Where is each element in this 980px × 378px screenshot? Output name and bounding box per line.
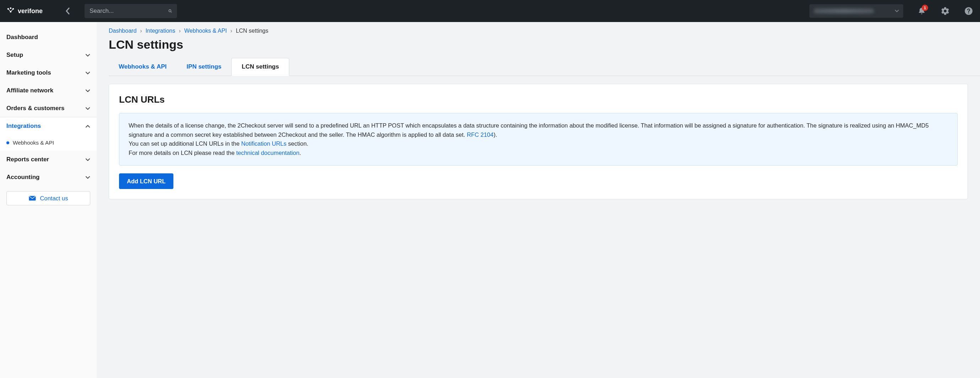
sidebar-item-setup[interactable]: Setup (0, 46, 97, 64)
sidebar-item-integrations[interactable]: Integrations (0, 117, 97, 135)
sidebar-subitem-webhooks-api[interactable]: Webhooks & API (0, 135, 97, 151)
crumb-webhooks-api[interactable]: Webhooks & API (185, 28, 227, 34)
active-dot-icon (6, 141, 9, 144)
tab-ipn-settings[interactable]: IPN settings (177, 58, 231, 76)
chevron-up-icon (85, 122, 90, 130)
card-title: LCN URLs (119, 94, 958, 105)
info-box: When the details of a license change, th… (119, 113, 958, 165)
contact-us-button[interactable]: Contact us (6, 191, 90, 205)
layout: Dashboard Setup Marketing tools Affiliat… (0, 22, 980, 378)
sidebar-item-label: Integrations (6, 122, 41, 130)
chevron-right-icon: › (179, 28, 180, 34)
search-box[interactable] (84, 4, 177, 18)
technical-documentation-link[interactable]: technical documentation (236, 149, 299, 156)
sidebar-item-reports-center[interactable]: Reports center (0, 151, 97, 168)
notifications-button[interactable]: 1 (917, 6, 927, 16)
topbar: verifone 1 (0, 0, 980, 22)
sidebar-item-label: Marketing tools (6, 69, 51, 76)
gear-icon (940, 6, 950, 16)
envelope-icon (29, 196, 36, 201)
chevron-down-icon (85, 51, 90, 59)
brand-name: verifone (18, 8, 43, 15)
sidebar-item-label: Orders & customers (6, 105, 64, 112)
chevron-down-icon (85, 174, 90, 181)
sidebar-item-label: Dashboard (6, 34, 38, 41)
info-text: . (299, 149, 301, 156)
chevron-left-icon (65, 7, 70, 15)
chevron-right-icon: › (140, 28, 142, 34)
sidebar: Dashboard Setup Marketing tools Affiliat… (0, 22, 97, 378)
crumb-current: LCN settings (236, 28, 269, 34)
chevron-down-icon (85, 87, 90, 94)
info-line-1: When the details of a license change, th… (129, 121, 948, 139)
svg-line-7 (171, 12, 172, 13)
search-icon (169, 8, 172, 14)
breadcrumbs: Dashboard › Integrations › Webhooks & AP… (109, 28, 980, 34)
sidebar-item-label: Setup (6, 51, 23, 59)
tab-webhooks-api[interactable]: Webhooks & API (109, 58, 177, 76)
crumb-dashboard[interactable]: Dashboard (109, 28, 137, 34)
settings-button[interactable] (940, 6, 950, 16)
info-text: You can set up additional LCN URLs in th… (129, 140, 241, 147)
account-name-redacted (814, 8, 874, 14)
info-line-3: For more details on LCN please read the … (129, 148, 948, 158)
lcn-urls-card: LCN URLs When the details of a license c… (109, 84, 968, 199)
help-icon (964, 6, 973, 16)
sidebar-item-dashboard[interactable]: Dashboard (0, 29, 97, 46)
notification-urls-link[interactable]: Notification URLs (241, 140, 286, 147)
crumb-integrations[interactable]: Integrations (146, 28, 175, 34)
add-lcn-url-button[interactable]: Add LCN URL (119, 173, 173, 189)
chevron-down-icon (85, 156, 90, 163)
brand-mark-icon (6, 7, 15, 15)
sidebar-item-orders-customers[interactable]: Orders & customers (0, 100, 97, 117)
chevron-down-icon (895, 10, 899, 13)
sidebar-item-accounting[interactable]: Accounting (0, 168, 97, 186)
svg-line-5 (11, 9, 13, 12)
sidebar-collapse-button[interactable] (62, 6, 73, 16)
sidebar-item-label: Reports center (6, 156, 49, 163)
tab-lcn-settings[interactable]: LCN settings (231, 58, 289, 76)
account-selector[interactable] (810, 4, 903, 18)
svg-line-4 (8, 9, 11, 12)
search-input[interactable] (89, 8, 165, 14)
help-button[interactable] (964, 6, 974, 16)
main: Dashboard › Integrations › Webhooks & AP… (97, 22, 980, 378)
rfc-2104-link[interactable]: RFC 2104 (467, 132, 493, 138)
info-text: ). (493, 132, 497, 138)
brand-logo[interactable]: verifone (6, 7, 43, 15)
chevron-down-icon (85, 105, 90, 112)
notification-badge: 1 (922, 5, 928, 11)
contact-label: Contact us (40, 195, 68, 202)
chevron-down-icon (85, 69, 90, 76)
sidebar-item-label: Affiliate network (6, 87, 53, 94)
svg-point-1 (10, 8, 12, 9)
sidebar-item-affiliate-network[interactable]: Affiliate network (0, 82, 97, 100)
chevron-right-icon: › (230, 28, 232, 34)
sidebar-item-marketing-tools[interactable]: Marketing tools (0, 64, 97, 82)
info-text: When the details of a license change, th… (129, 122, 929, 138)
svg-point-9 (968, 13, 969, 14)
info-text: For more details on LCN please read the (129, 149, 236, 156)
info-text: section. (286, 140, 308, 147)
contact-box: Contact us (6, 191, 90, 205)
page-title: LCN settings (109, 38, 980, 51)
sidebar-item-label: Accounting (6, 174, 40, 181)
info-line-2: You can set up additional LCN URLs in th… (129, 139, 948, 148)
sidebar-subitem-label: Webhooks & API (13, 140, 54, 146)
tabs: Webhooks & API IPN settings LCN settings (109, 58, 980, 76)
